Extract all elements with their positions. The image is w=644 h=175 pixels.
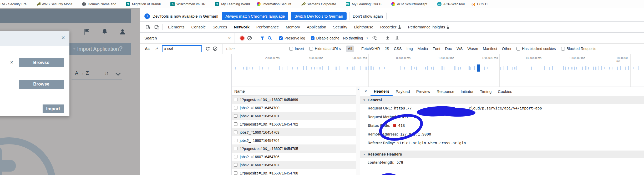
request-checkbox[interactable] [234,131,237,134]
flag-icon[interactable] [83,28,90,36]
details-tab-response[interactable]: Response [433,87,458,96]
details-tab-payload[interactable]: Payload [393,87,413,96]
filter-type-media[interactable]: Media [418,47,428,51]
record-network-log-icon[interactable] [239,34,246,42]
refresh-search-icon[interactable] [204,45,211,52]
bookmark-item[interactable]: SWillkommen im HR... [170,2,208,6]
request-checkbox[interactable] [234,106,237,109]
filter-type-img[interactable]: Img [407,47,413,51]
import-button[interactable]: Import [43,104,64,113]
bookmark-item[interactable]: AWS Security Monit... [36,2,75,6]
close-details-icon[interactable]: × [364,89,367,94]
browse-button-1[interactable]: Browse [19,58,64,67]
filter-type-doc[interactable]: Doc [445,47,452,51]
browse-button-2[interactable]: Browse [19,80,64,89]
always-match-language-button[interactable]: Always match Chrome's language [222,12,288,20]
tab-performance-insights[interactable]: Performance insights [405,22,453,32]
has-blocked-cookies-checkbox[interactable]: Has blocked cookies [516,47,556,51]
invert-checkbox[interactable]: Invert [289,47,304,51]
bookmark-item[interactable]: RA - Security Fra... [1,2,29,6]
table-row[interactable]: jobs?_=1660716454707 [232,161,356,169]
request-checkbox[interactable] [234,114,237,118]
network-conditions-icon[interactable] [371,34,378,42]
tab-security[interactable]: Security [329,22,351,32]
table-row[interactable]: jobs?_=1660716454701 [232,112,356,120]
request-checkbox[interactable] [234,171,237,175]
bookmark-item[interactable]: SMigration of Brandi... [126,2,164,6]
bell-icon[interactable] [101,28,108,36]
table-row[interactable]: 1?pagesize=10&_=1660716454699 [232,96,356,104]
checkbox-unchecked[interactable] [516,47,520,51]
filter-type-all[interactable]: All [346,46,354,52]
device-toolbar-icon[interactable] [152,24,161,31]
import-har-icon[interactable] [384,34,391,42]
clear-search-icon[interactable] [211,45,219,52]
tab-application[interactable]: Application [303,22,329,32]
tab-console[interactable]: Console [188,22,209,32]
sort-direction-icon[interactable]: ↓↑ [105,71,108,76]
dont-show-again-button[interactable]: Don't show again [349,12,387,20]
disable-cache-checkbox[interactable]: Disable cache [311,36,339,40]
request-checkbox[interactable] [234,163,237,167]
bookmark-item[interactable]: SMy Learning World [215,2,250,6]
search-close-icon[interactable]: × [228,35,231,41]
request-checkbox[interactable] [234,155,237,158]
network-overview-timeline[interactable]: 200000 ms400000 ms600000 ms800000 ms1000… [232,54,644,87]
switch-devtools-german-button[interactable]: Switch DevTools to German [291,12,346,20]
preserve-log-checkbox[interactable]: Preserve log [279,36,305,40]
table-row[interactable]: 1?pagesize=10&_=1660716454705 [232,144,356,153]
table-row[interactable]: 1?pagesize=10&_=1660716454702 [232,120,356,128]
inspect-element-icon[interactable] [143,24,152,31]
tab-recorder[interactable]: Recorder [377,22,405,32]
blocked-requests-checkbox[interactable]: Blocked Requests [561,47,596,51]
hide-data-urls-checkbox[interactable]: Hide data URLs [309,47,341,51]
match-case-toggle[interactable]: Aa [145,47,150,51]
tab-performance[interactable]: Performance [253,22,282,32]
table-row[interactable]: jobs?_=1660716454704 [232,136,356,144]
tab-sources[interactable]: Sources [209,22,231,32]
table-row[interactable]: jobs?_=1660716454706 [232,153,356,161]
sort-a-to-z-label[interactable]: A → Z [75,70,89,76]
bookmark-item[interactable]: Information Securit... [257,2,294,6]
search-network-icon[interactable] [266,34,273,42]
checkbox-checked[interactable] [279,36,283,40]
table-row[interactable]: jobs?_=1660716454703 [232,128,356,136]
filter-type-js[interactable]: JS [385,47,389,51]
details-tab-headers[interactable]: Headers [371,87,392,96]
search-query-input[interactable] [162,45,202,52]
throttling-dropdown[interactable]: No throttling ▼ [343,36,368,40]
bookmark-item[interactable]: Domain Name and... [82,2,119,6]
checkbox-checked[interactable] [311,36,315,40]
request-checkbox[interactable] [234,122,237,126]
filter-input[interactable] [226,47,287,51]
bookmark-item[interactable]: MLMy Learning: Our B... [346,2,384,6]
dialog-close-icon[interactable]: × [61,34,65,41]
regex-toggle[interactable]: .* [155,47,158,51]
person-icon[interactable] [119,28,126,36]
name-column-header[interactable]: Name [232,87,360,96]
scrollbar[interactable]: ▲ [356,87,360,175]
checkbox-unchecked[interactable] [561,47,565,51]
export-har-icon[interactable] [393,34,401,42]
filter-type-fetchxhr[interactable]: Fetch/XHR [361,47,380,51]
filter-funnel-icon[interactable] [259,34,266,42]
details-tab-timing[interactable]: Timing [477,87,495,96]
filter-type-other[interactable]: Other [502,47,511,51]
filter-type-ws[interactable]: WS [457,47,463,51]
bookmark-item[interactable]: ACPACP-WebTool [437,2,465,6]
section-header[interactable]: ▼Response Headers [360,151,644,158]
clear-network-log-icon[interactable] [246,34,253,42]
tab-memory[interactable]: Memory [282,22,303,32]
chevron-down-icon[interactable] [115,72,121,77]
request-checkbox[interactable] [234,147,237,150]
add-application-placeholder-icon[interactable] [0,132,66,175]
tab-lighthouse[interactable]: Lighthouse [351,22,377,32]
filter-type-wasm[interactable]: Wasm [467,47,478,51]
filter-type-css[interactable]: CSS [394,47,402,51]
table-row[interactable]: jobs?_=1660716454700 [232,104,356,112]
help-icon[interactable]: ? [119,45,123,52]
timeline-selected-request-bar[interactable] [477,64,480,72]
tab-elements[interactable]: Elements [165,22,188,32]
remove-file-icon[interactable]: × [10,59,13,65]
details-tab-cookies[interactable]: Cookies [495,87,515,96]
